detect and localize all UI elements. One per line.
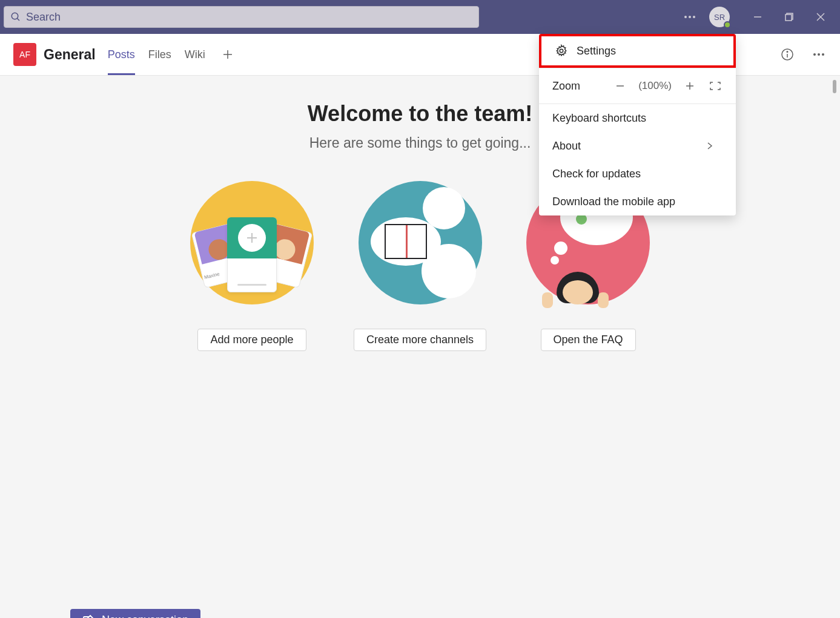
header-more-button[interactable] xyxy=(674,0,706,34)
maximize-button[interactable] xyxy=(773,0,805,34)
gear-icon xyxy=(555,44,568,58)
new-conversation-label: New conversation xyxy=(102,614,188,618)
svg-point-12 xyxy=(560,49,563,53)
tab-posts[interactable]: Posts xyxy=(108,34,135,75)
tab-files[interactable]: Files xyxy=(148,34,171,75)
minimize-icon xyxy=(753,13,762,21)
close-button[interactable] xyxy=(805,0,836,34)
ellipsis-icon xyxy=(684,16,695,18)
presence-indicator xyxy=(724,21,731,28)
search-box[interactable] xyxy=(4,6,479,28)
plus-icon xyxy=(222,49,233,60)
channel-name: General xyxy=(44,47,96,63)
zoom-label: Zoom xyxy=(552,80,580,93)
add-people-button[interactable]: Add more people xyxy=(197,329,306,351)
menu-check-updates[interactable]: Check for updates xyxy=(539,160,736,188)
menu-about-label: About xyxy=(552,140,581,153)
card-create-channels: Create more channels xyxy=(354,181,486,351)
team-tile[interactable]: AF xyxy=(13,43,36,66)
menu-mobile-label: Download the mobile app xyxy=(552,196,675,208)
titlebar: SR xyxy=(0,0,840,34)
avatar-initials: SR xyxy=(714,13,725,22)
maximize-icon xyxy=(785,13,793,21)
menu-download-mobile[interactable]: Download the mobile app xyxy=(539,188,736,215)
create-channels-button[interactable]: Create more channels xyxy=(354,329,486,351)
channel-more-button[interactable] xyxy=(810,45,828,64)
search-icon xyxy=(10,12,21,22)
svg-point-11 xyxy=(787,51,788,53)
card-add-people: Maxine Add more people xyxy=(190,181,314,351)
search-input[interactable] xyxy=(26,11,472,24)
create-channels-illustration xyxy=(359,181,482,304)
zoom-percentage: (100%) xyxy=(638,80,672,92)
fullscreen-icon xyxy=(710,82,721,90)
open-faq-button[interactable]: Open the FAQ xyxy=(541,329,636,351)
app-menu: Settings Zoom (100%) Keyboard shortcuts … xyxy=(539,34,736,215)
svg-line-1 xyxy=(17,18,19,21)
zoom-out-button[interactable] xyxy=(613,79,627,93)
tab-list: Posts Files Wiki xyxy=(108,34,237,75)
menu-about[interactable]: About xyxy=(539,132,736,160)
scrollbar-thumb[interactable] xyxy=(833,80,836,93)
plus-icon xyxy=(685,81,695,91)
minus-icon xyxy=(615,81,625,91)
svg-point-0 xyxy=(12,13,18,19)
menu-keyboard-label: Keyboard shortcuts xyxy=(552,112,646,125)
close-icon xyxy=(816,13,825,21)
menu-keyboard-shortcuts[interactable]: Keyboard shortcuts xyxy=(539,104,736,132)
menu-settings[interactable]: Settings xyxy=(539,34,736,68)
tab-wiki[interactable]: Wiki xyxy=(185,34,205,75)
info-icon xyxy=(781,48,794,61)
menu-zoom: Zoom (100%) xyxy=(539,68,736,104)
svg-rect-4 xyxy=(785,15,792,21)
new-conversation-button[interactable]: New conversation xyxy=(70,609,200,618)
fullscreen-button[interactable] xyxy=(708,79,723,93)
avatar[interactable]: SR xyxy=(709,7,730,27)
minimize-button[interactable] xyxy=(742,0,773,34)
compose-icon xyxy=(82,614,94,619)
info-button[interactable] xyxy=(778,45,796,64)
chevron-right-icon xyxy=(706,142,714,150)
add-people-illustration: Maxine xyxy=(190,181,314,304)
menu-updates-label: Check for updates xyxy=(552,168,641,180)
menu-settings-label: Settings xyxy=(577,45,616,58)
add-tab-button[interactable] xyxy=(219,45,237,64)
ellipsis-icon xyxy=(813,53,824,56)
zoom-in-button[interactable] xyxy=(683,79,697,93)
